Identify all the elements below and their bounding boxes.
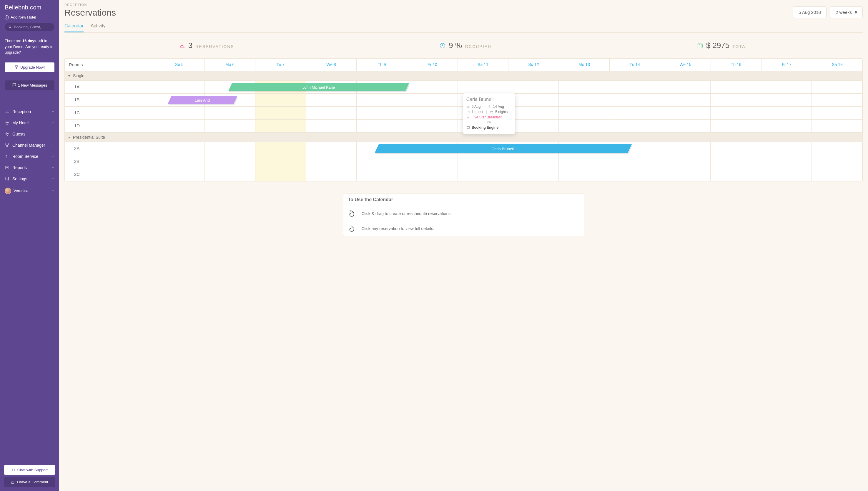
svg-point-0 xyxy=(9,26,11,28)
svg-point-12 xyxy=(468,111,468,112)
chevron-down-icon xyxy=(52,166,55,169)
day-header[interactable]: Su 5 xyxy=(154,59,205,71)
add-new-hotel[interactable]: + Add New Hotel xyxy=(0,13,59,23)
range-selector[interactable]: 2 weeks xyxy=(830,6,863,18)
leave-comment-button[interactable]: Leave a Comment xyxy=(4,477,55,487)
svg-point-7 xyxy=(7,146,8,147)
summary-stats: 3 RESERVATIONS 9 % OCCUPIED $ 2975 TOTAL xyxy=(64,33,863,58)
room-row-1a[interactable]: 1A John Michael Kane xyxy=(65,81,862,94)
svg-line-1 xyxy=(10,27,11,28)
calendar-grid[interactable]: Rooms Su 5 Mo 6 Tu 7 We 8 Th 9 Fr 10 Sa … xyxy=(64,58,863,181)
sidebar-item-reports[interactable]: Reports xyxy=(0,162,59,173)
sidebar-user[interactable]: Veronica xyxy=(0,184,59,197)
room-row-2b[interactable]: 2B xyxy=(65,155,862,168)
day-header[interactable]: Fr 17 xyxy=(762,59,812,71)
updown-icon xyxy=(855,10,857,14)
svg-rect-10 xyxy=(698,43,701,48)
messages-button[interactable]: 1 New Messages xyxy=(5,80,55,90)
people-icon xyxy=(5,132,9,136)
chat-bubble-icon xyxy=(12,83,16,87)
receipt-icon xyxy=(697,42,703,49)
brand-logo: Bellebnb.com xyxy=(0,0,59,13)
room-label: 1D xyxy=(65,120,154,132)
day-header[interactable]: Fr 10 xyxy=(407,59,458,71)
room-label: 1C xyxy=(65,107,154,119)
person-icon xyxy=(466,110,470,114)
svg-rect-13 xyxy=(491,111,493,113)
search-input[interactable]: Booking, Guest, xyxy=(5,23,55,31)
day-header[interactable]: Mo 13 xyxy=(559,59,610,71)
sidebar-item-my-hotel[interactable]: My Hotel xyxy=(0,117,59,128)
network-icon xyxy=(5,143,9,148)
day-header[interactable]: Sa 18 xyxy=(812,59,862,71)
plane-icon xyxy=(488,105,491,108)
page-title: Reservations xyxy=(64,8,116,18)
chevron-down-icon xyxy=(52,110,55,113)
demo-banner: There are 16 days left in your Demo. Are… xyxy=(0,34,59,59)
room-label: 2A xyxy=(65,142,154,155)
reservation-popover: Carla Brunelli 9 Aug → 14 Aug 1 guest | … xyxy=(463,93,515,134)
reservation-john[interactable]: John Michael Kane xyxy=(228,83,409,91)
sidebar-nav: Reception My Hotel Guests Channel Manage… xyxy=(0,106,59,197)
room-row-2a[interactable]: 2A Carla Brunelli xyxy=(65,142,862,155)
section-eyebrow: RECEPTION xyxy=(64,3,863,6)
day-header[interactable]: Th 9 xyxy=(356,59,407,71)
calendar-header: Rooms Su 5 Mo 6 Tu 7 We 8 Th 9 Fr 10 Sa … xyxy=(65,59,862,71)
sliders-icon xyxy=(5,176,9,181)
room-group-single[interactable]: ▼ Single xyxy=(65,71,862,81)
browser-icon xyxy=(466,126,470,129)
day-header[interactable]: Su 12 xyxy=(508,59,559,71)
sidebar-item-reception[interactable]: Reception xyxy=(0,106,59,117)
report-icon xyxy=(5,165,9,170)
meal-icon xyxy=(466,115,470,119)
stat-total: $ 2975 TOTAL xyxy=(697,41,748,50)
help-title: To Use the Calendar xyxy=(343,194,584,206)
day-header[interactable]: Tu 7 xyxy=(255,59,306,71)
tap-hand-icon xyxy=(348,225,356,232)
tab-calendar[interactable]: Calendar xyxy=(64,21,84,32)
cutlery-icon xyxy=(5,154,9,159)
sidebar-item-channel-manager[interactable]: Channel Manager xyxy=(0,140,59,151)
svg-point-3 xyxy=(6,133,7,134)
popover-guest-name: Carla Brunelli xyxy=(466,97,512,102)
sidebar-item-guests[interactable]: Guests xyxy=(0,128,59,140)
svg-point-2 xyxy=(6,122,7,123)
chat-support-button[interactable]: Chat with Support xyxy=(4,465,55,475)
search-icon xyxy=(8,25,12,29)
day-header[interactable]: We 15 xyxy=(660,59,711,71)
bed-icon xyxy=(466,105,470,108)
room-label: 1B xyxy=(65,94,154,106)
tab-activity[interactable]: Activity xyxy=(91,21,105,32)
room-label: 2B xyxy=(65,155,154,168)
room-row-2c[interactable]: 2C xyxy=(65,168,862,181)
day-header[interactable]: Th 16 xyxy=(711,59,762,71)
search-placeholder: Booking, Guest, xyxy=(14,25,41,29)
sidebar-item-room-service[interactable]: Room Service xyxy=(0,151,59,162)
svg-point-6 xyxy=(8,143,9,144)
bell-icon xyxy=(5,109,9,114)
svg-point-5 xyxy=(5,143,6,144)
help-row-click: Click any reservation to view full detai… xyxy=(343,221,584,236)
drag-hand-icon xyxy=(348,210,356,218)
room-group-presidential[interactable]: ▼ Presidential Suite xyxy=(65,133,862,142)
reservation-lars[interactable]: Lars And xyxy=(168,96,237,104)
upgrade-now-button[interactable]: Upgrade Now! xyxy=(5,62,55,72)
pin-icon xyxy=(5,120,9,125)
day-header[interactable]: Tu 14 xyxy=(610,59,660,71)
day-header[interactable]: Sa 11 xyxy=(458,59,508,71)
bell-icon xyxy=(179,42,185,49)
reservation-carla[interactable]: Carla Brunelli xyxy=(375,144,632,153)
day-header[interactable]: Mo 6 xyxy=(205,59,255,71)
day-header[interactable]: We 8 xyxy=(306,59,356,71)
room-label: 2C xyxy=(65,168,154,181)
stat-reservations: 3 RESERVATIONS xyxy=(179,41,234,50)
help-panel: To Use the Calendar Click & drag to crea… xyxy=(343,193,584,236)
headset-icon xyxy=(11,468,16,472)
date-picker[interactable]: 5 Aug 2018 xyxy=(793,6,827,18)
chevron-down-icon xyxy=(52,144,55,147)
sidebar: Bellebnb.com + Add New Hotel Booking, Gu… xyxy=(0,0,59,491)
main: RECEPTION Reservations 5 Aug 2018 2 week… xyxy=(59,0,868,491)
collapse-icon: ▼ xyxy=(68,136,71,139)
sidebar-item-settings[interactable]: Settings xyxy=(0,173,59,184)
avatar xyxy=(5,187,11,194)
